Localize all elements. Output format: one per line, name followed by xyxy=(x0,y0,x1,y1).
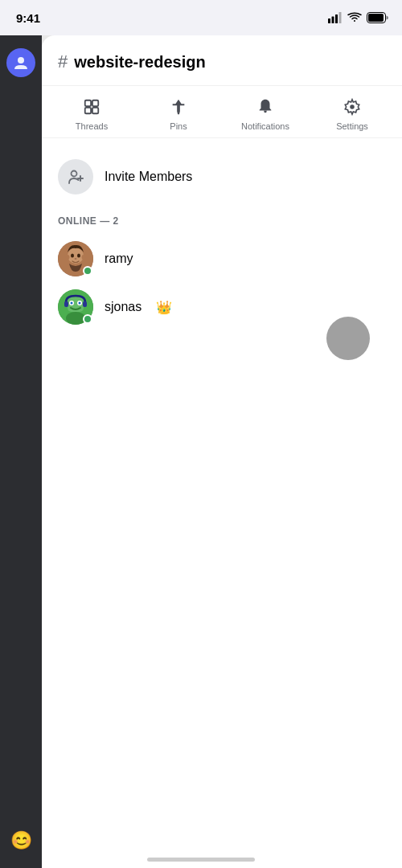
svg-point-18 xyxy=(77,254,80,258)
tab-notifications-label: Notifications xyxy=(241,121,289,131)
member-avatar-wrap-ramy xyxy=(58,241,93,276)
home-indicator xyxy=(147,858,255,862)
status-icons xyxy=(328,12,389,23)
channel-name: website-redesign xyxy=(74,53,205,72)
tab-pins[interactable]: Pins xyxy=(135,96,222,131)
channel-title: # website-redesign xyxy=(58,51,386,72)
invite-avatar xyxy=(58,159,93,194)
threads-icon xyxy=(80,96,103,118)
member-name-ramy: ramy xyxy=(105,252,133,266)
svg-rect-5 xyxy=(368,14,384,22)
crown-badge-sjonas: 👑 xyxy=(156,300,172,315)
sidebar: 😊 xyxy=(0,35,42,868)
svg-rect-0 xyxy=(328,18,330,23)
svg-rect-7 xyxy=(85,100,91,106)
svg-point-19 xyxy=(75,258,77,260)
svg-point-20 xyxy=(66,255,70,260)
floating-circle xyxy=(326,317,370,360)
wifi-icon xyxy=(347,12,362,23)
battery-icon xyxy=(367,12,389,23)
svg-rect-29 xyxy=(83,301,87,307)
main-panel: # website-redesign Threads Pins xyxy=(42,35,402,868)
pins-icon xyxy=(167,96,190,118)
svg-rect-8 xyxy=(92,100,98,106)
svg-point-21 xyxy=(82,255,86,260)
member-avatar-wrap-sjonas xyxy=(58,289,93,325)
status-time: 9:41 xyxy=(16,11,40,25)
status-bar: 9:41 xyxy=(0,0,402,35)
svg-rect-3 xyxy=(339,12,342,23)
svg-point-11 xyxy=(72,171,77,177)
online-indicator-ramy xyxy=(83,266,92,276)
svg-rect-10 xyxy=(92,108,98,113)
invite-members-label: Invite Members xyxy=(105,170,192,184)
svg-rect-28 xyxy=(64,301,68,307)
member-name-sjonas: sjonas xyxy=(105,300,142,314)
content-area: Invite Members ONLINE — 2 xyxy=(42,138,402,344)
svg-point-17 xyxy=(71,254,74,258)
signal-icon xyxy=(328,12,343,23)
sidebar-workspace-avatar[interactable] xyxy=(6,48,35,77)
svg-point-26 xyxy=(71,302,73,305)
tab-pins-label: Pins xyxy=(170,121,187,131)
settings-icon xyxy=(341,96,363,118)
notifications-icon xyxy=(254,96,277,118)
tab-notifications[interactable]: Notifications xyxy=(222,96,309,131)
tab-threads[interactable]: Threads xyxy=(48,96,135,131)
svg-point-6 xyxy=(18,57,24,63)
tab-settings[interactable]: Settings xyxy=(309,96,396,131)
svg-rect-2 xyxy=(335,14,338,23)
online-indicator-sjonas xyxy=(83,314,92,324)
invite-members-row[interactable]: Invite Members xyxy=(58,151,386,203)
svg-rect-9 xyxy=(85,108,91,113)
online-section-header: ONLINE — 2 xyxy=(58,215,386,227)
channel-header: # website-redesign xyxy=(42,35,402,86)
member-row-ramy[interactable]: ramy xyxy=(58,235,386,283)
tab-bar: Threads Pins Notifications xyxy=(42,86,402,138)
hash-icon: # xyxy=(58,51,68,72)
tab-threads-label: Threads xyxy=(76,121,108,131)
svg-rect-1 xyxy=(332,17,334,24)
svg-point-27 xyxy=(79,302,81,305)
tab-settings-label: Settings xyxy=(336,121,368,131)
sidebar-emoji-icon[interactable]: 😊 xyxy=(6,826,35,855)
